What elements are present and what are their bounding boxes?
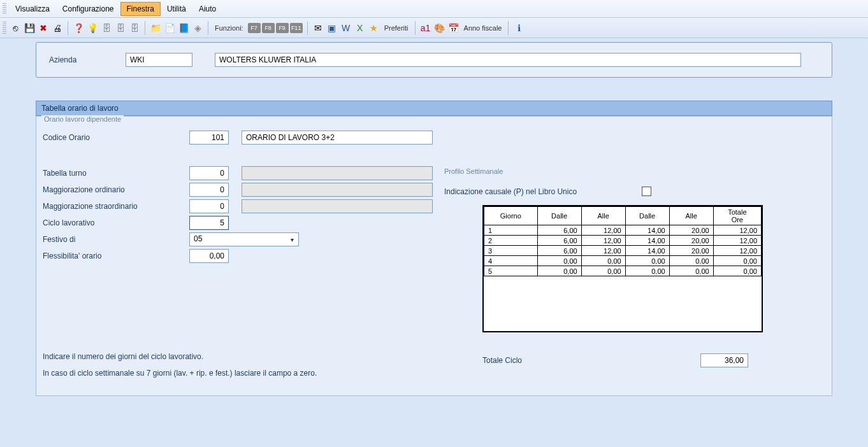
word-icon[interactable]: W	[340, 22, 352, 34]
magg-ord-input[interactable]	[189, 183, 229, 197]
menu-utilità[interactable]: Utilità	[161, 2, 192, 16]
fless-label: Flessibilita' orario	[43, 252, 189, 260]
tabella-turno-desc	[242, 166, 433, 180]
mail-icon[interactable]: ✉	[312, 22, 324, 34]
magg-ord-label: Maggiorazione ordinario	[43, 185, 189, 194]
codice-orario-desc[interactable]	[242, 131, 433, 145]
font-icon[interactable]: a1	[419, 22, 432, 34]
sched-header: Dalle	[537, 207, 581, 225]
delete-icon[interactable]: ✖	[37, 22, 50, 34]
magg-ord-desc	[242, 183, 433, 197]
toolbar-grip	[3, 22, 6, 34]
menu-aiuto[interactable]: Aiuto	[192, 2, 222, 16]
db1-icon[interactable]: 🗄	[100, 22, 113, 34]
main-panel: Orario lavoro dipendente Codice Orario T…	[36, 116, 832, 396]
help-icon[interactable]: ❓	[72, 22, 85, 34]
menu-grip	[3, 3, 6, 15]
print-icon[interactable]: 🖨	[51, 22, 64, 34]
fkey-f9[interactable]: F9	[276, 23, 289, 33]
excel-icon[interactable]: X	[354, 22, 366, 34]
table-row[interactable]: 50,000,000,000,000,00	[484, 266, 762, 276]
anno-fiscale-label[interactable]: Anno fiscale	[461, 24, 505, 32]
toolbar: ⎋ 💾 ✖ 🖨 ❓ 💡 🗄 🗄 🗄 📁 📄 📘 ◈ Funzioni: F7F8…	[0, 18, 868, 38]
doc-icon[interactable]: 📄	[163, 22, 176, 34]
fkey-f7[interactable]: F7	[248, 23, 261, 33]
table-row[interactable]: 40,000,000,000,000,00	[484, 256, 762, 266]
db2-icon[interactable]: 🗄	[114, 22, 127, 34]
festivo-select[interactable]: 05 ▾	[189, 232, 299, 246]
codice-orario-label: Codice Orario	[43, 133, 189, 142]
book-icon[interactable]: 📘	[177, 22, 190, 34]
fkey-f8[interactable]: F8	[262, 23, 275, 33]
sched-header: Giorno	[484, 207, 538, 225]
ciclo-input[interactable]	[189, 216, 229, 230]
help-text-1: Indicare il numero dei giorni del ciclo …	[43, 348, 317, 365]
calendar-icon[interactable]: 📅	[447, 22, 460, 34]
help-text-2: In caso di ciclo settimanale su 7 giorni…	[43, 365, 317, 381]
sched-header: Alle	[581, 207, 625, 225]
app1-icon[interactable]: ▣	[326, 22, 338, 34]
totale-ciclo-label: Totale Ciclo	[482, 356, 522, 365]
lightbulb-icon[interactable]: 💡	[86, 22, 99, 34]
azienda-label: Azienda	[49, 55, 126, 64]
save-icon[interactable]: 💾	[23, 22, 36, 34]
header-panel: Azienda	[36, 42, 832, 78]
causale-checkbox[interactable]	[642, 187, 651, 196]
menu-visualizza[interactable]: Visualizza	[9, 2, 56, 16]
fkey-f11[interactable]: F11	[290, 23, 303, 33]
tabella-turno-input[interactable]	[189, 166, 229, 180]
azienda-code-input[interactable]	[126, 53, 192, 67]
exit-icon[interactable]: ⎋	[9, 22, 22, 34]
group-label: Orario lavoro dipendente	[41, 115, 124, 123]
palette-icon[interactable]: 🎨	[433, 22, 446, 34]
sched-header: Alle	[669, 207, 713, 225]
magg-str-input[interactable]	[189, 199, 229, 213]
azienda-name-input[interactable]	[215, 53, 801, 67]
menu-finestra[interactable]: Finestra	[120, 2, 161, 16]
codice-orario-input[interactable]	[189, 131, 229, 145]
table-row[interactable]: 16,0012,0014,0020,0012,00	[484, 225, 762, 236]
preferiti-label[interactable]: Preferiti	[382, 24, 411, 32]
profilo-title: Profilo Settimanale	[444, 167, 801, 175]
menu-configurazione[interactable]: Configurazione	[56, 2, 120, 16]
totale-ciclo-value: 36,00	[700, 353, 748, 367]
tabella-turno-label: Tabella turno	[43, 169, 189, 178]
table-row[interactable]: 26,0012,0014,0020,0012,00	[484, 236, 762, 246]
funzioni-label: Funzioni:	[212, 24, 246, 32]
fless-input[interactable]	[189, 249, 229, 263]
festivo-label: Festivo di	[43, 235, 189, 244]
magg-str-label: Maggiorazione straordinario	[43, 202, 189, 211]
causale-label: Indicazione causale (P) nel Libro Unico	[444, 187, 584, 196]
db3-icon[interactable]: 🗄	[128, 22, 141, 34]
magg-str-desc	[242, 199, 433, 213]
chevron-down-icon: ▾	[287, 235, 296, 244]
star-icon[interactable]: ★	[368, 22, 380, 34]
ciclo-label: Ciclo lavorativo	[43, 218, 189, 227]
folder-icon[interactable]: 📁	[149, 22, 162, 34]
sched-header: Dalle	[625, 207, 669, 225]
cube-icon[interactable]: ◈	[191, 22, 204, 34]
info-icon[interactable]: ℹ	[512, 22, 525, 34]
menubar: VisualizzaConfigurazioneFinestraUtilitàA…	[0, 0, 868, 18]
schedule-table[interactable]: GiornoDalleAlleDalleAlleTotaleOre 16,001…	[482, 205, 763, 332]
panel-title: Tabella orario di lavoro	[36, 101, 832, 116]
table-row[interactable]: 36,0012,0014,0020,0012,00	[484, 246, 762, 256]
sched-header: TotaleOre	[713, 207, 761, 225]
